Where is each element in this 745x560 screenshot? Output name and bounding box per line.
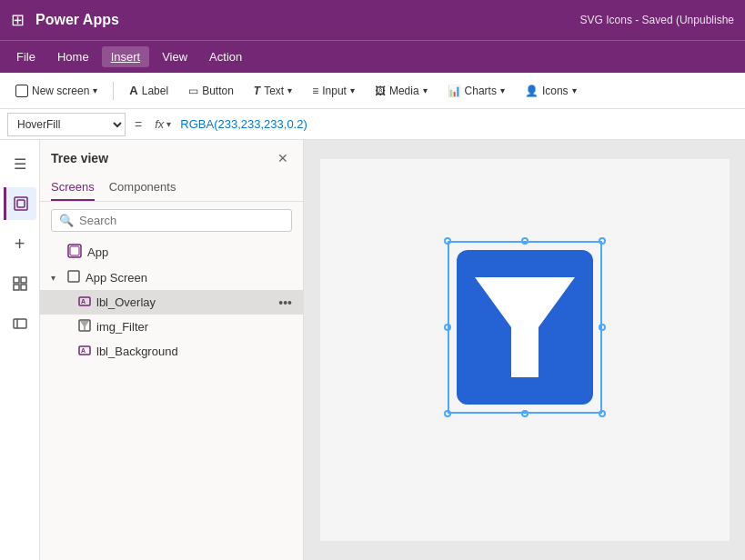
handle-top-right [599,237,606,245]
tree-title: Tree view [51,151,108,165]
tab-components[interactable]: Components [109,175,176,201]
svg-marker-14 [80,321,89,330]
text-btn-label: Text [264,85,284,97]
tree-item-lbl-overlay[interactable]: A lbl_Overlay ••• [40,290,303,315]
label-btn-label: Label [142,85,168,97]
svg-text:A: A [81,347,86,354]
components-sidebar-icon[interactable] [4,267,36,300]
svg-rect-6 [14,319,26,328]
button-btn-label: Button [202,85,234,97]
svg-rect-4 [14,285,19,290]
svg-rect-1 [17,200,25,207]
save-status: SVG Icons - Saved (Unpublishe [580,14,734,26]
media-button[interactable]: 🖼 Media ▾ [367,80,436,102]
app-label: App [87,245,292,259]
new-screen-chevron: ▾ [93,85,97,95]
title-bar: ⊞ Power Apps SVG Icons - Saved (Unpublis… [0,0,745,40]
input-icon: ≡ [312,85,318,97]
search-input[interactable] [79,214,284,227]
tree-item-lbl-background[interactable]: A lbl_Background [40,339,303,364]
fx-chevron: ▾ [166,119,171,129]
tab-screens[interactable]: Screens [51,175,95,201]
appscreen-icon [67,270,80,285]
app-title: Power Apps [35,12,119,28]
icons-chevron: ▾ [572,85,577,95]
add-sidebar-icon[interactable]: + [4,227,36,260]
svg-rect-9 [70,246,79,255]
input-button[interactable]: ≡ Input ▾ [304,80,363,102]
tree-item-img-filter[interactable]: img_Filter [40,315,303,339]
filter-icon-svg [448,241,602,414]
svg-rect-2 [14,277,19,283]
tree-item-app[interactable]: App [40,239,303,265]
formula-value[interactable]: RGBA(233,233,233,0.2) [180,117,738,131]
svg-rect-10 [68,271,79,282]
search-box[interactable]: 🔍 [51,209,292,232]
menu-file[interactable]: File [7,46,45,67]
menu-action[interactable]: Action [200,46,251,67]
label-icon: A [129,84,137,97]
handle-middle-left [444,324,451,331]
button-button[interactable]: ▭ Button [180,80,242,102]
lbl-overlay-icon: A [78,295,91,310]
main-layout: ☰ + Tree view ✕ Screens Components 🔍 [0,140,745,560]
input-chevron: ▾ [350,85,355,95]
new-screen-icon [15,85,28,97]
canvas-area[interactable] [304,140,745,560]
formula-fx-button[interactable]: fx ▾ [151,115,175,133]
handle-bottom-left [444,410,451,417]
filter-icon-container[interactable] [448,241,602,414]
svg-rect-0 [15,197,27,210]
waffle-icon[interactable]: ⊞ [11,10,25,30]
tree-panel: Tree view ✕ Screens Components 🔍 App [40,140,304,560]
formula-dropdown[interactable]: HoverFill [7,113,126,136]
img-filter-icon [78,319,91,335]
variables-sidebar-icon[interactable] [4,307,36,340]
svg-rect-5 [21,285,26,290]
icons-button[interactable]: 👤 Icons ▾ [517,80,585,102]
menu-view[interactable]: View [153,46,196,67]
text-button[interactable]: T Text ▾ [246,80,300,102]
charts-btn-label: Charts [465,85,497,97]
text-chevron: ▾ [287,85,292,95]
toolbar-divider-1 [113,82,114,100]
img-filter-label: img_Filter [96,320,292,334]
appscreen-label: App Screen [86,271,292,285]
label-button[interactable]: A Label [121,79,176,102]
menu-sidebar-icon[interactable]: ☰ [4,147,36,180]
lbl-overlay-label: lbl_Overlay [96,295,273,309]
lbl-background-label: lbl_Background [96,345,292,358]
svg-rect-3 [21,277,26,283]
layers-sidebar-icon[interactable] [4,187,36,220]
handle-bottom-right [599,410,606,417]
new-screen-label: New screen [32,85,89,97]
tree-header: Tree view ✕ [40,140,303,175]
charts-chevron: ▾ [500,85,505,95]
lbl-background-icon: A [78,344,91,359]
tree-items: App ▾ App Screen A lbl_Overlay ••• [40,239,303,560]
media-chevron: ▾ [423,85,428,95]
new-screen-button[interactable]: New screen ▾ [7,80,106,102]
charts-button[interactable]: 📊 Charts ▾ [439,80,513,102]
handle-top-center [521,237,529,245]
menu-home[interactable]: Home [48,46,98,67]
search-icon: 🔍 [59,214,74,227]
tree-tabs: Screens Components [40,175,303,202]
menu-bar: File Home Insert View Action [0,40,745,73]
fx-label: fx [155,117,164,131]
tree-close-button[interactable]: ✕ [274,149,292,167]
text-icon: T [254,85,260,97]
formula-equals: = [131,117,146,132]
lbl-overlay-more-icon[interactable]: ••• [278,295,292,310]
handle-middle-right [599,324,606,331]
appscreen-expand-icon[interactable]: ▾ [51,273,62,283]
app-icon [67,244,82,261]
left-sidebar: ☰ + [0,140,40,560]
icons-btn-label: Icons [542,85,569,97]
input-btn-label: Input [322,85,347,97]
tree-item-appscreen[interactable]: ▾ App Screen [40,265,303,290]
menu-insert[interactable]: Insert [102,46,150,67]
handle-top-left [444,237,451,245]
button-icon: ▭ [188,85,198,97]
handle-bottom-center [521,410,529,417]
